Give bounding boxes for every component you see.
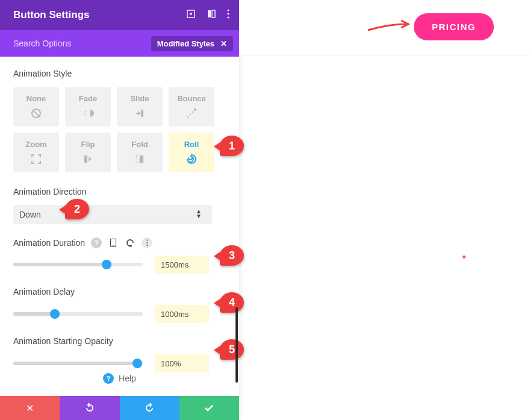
shadow-divider — [235, 307, 238, 383]
opacity-slider[interactable] — [13, 362, 143, 365]
reset-icon[interactable] — [125, 237, 136, 248]
style-bounce[interactable]: Bounce — [169, 87, 214, 127]
callout-2: 2 — [65, 199, 89, 219]
options-dots-icon[interactable] — [142, 237, 152, 248]
svg-point-22 — [146, 239, 148, 240]
svg-rect-2 — [208, 10, 211, 17]
delay-input[interactable] — [155, 305, 209, 323]
style-fold[interactable]: Fold — [117, 133, 163, 172]
phone-icon[interactable] — [108, 237, 119, 248]
animation-direction-select[interactable]: Down — [13, 205, 212, 224]
svg-rect-12 — [141, 110, 143, 117]
svg-point-10 — [84, 113, 85, 114]
delay-slider[interactable] — [13, 312, 143, 316]
layout-icon[interactable] — [207, 9, 216, 21]
callout-5: 5 — [220, 339, 244, 360]
help-link[interactable]: ? Help — [0, 373, 239, 384]
search-bar: Modified Styles ✕ — [0, 30, 239, 57]
ban-icon — [30, 107, 43, 120]
svg-point-14 — [190, 113, 191, 114]
animation-style-label: Animation Style — [13, 69, 226, 78]
svg-rect-17 — [84, 155, 87, 163]
menu-dots-icon[interactable] — [227, 9, 229, 21]
zoom-icon — [30, 152, 43, 166]
style-slide[interactable]: Slide — [117, 87, 163, 127]
svg-point-6 — [227, 16, 229, 18]
animation-style-grid: None Fade Slide Bounce Zoom Flip Fold Ro… — [13, 87, 226, 172]
slide-icon — [133, 107, 146, 120]
roll-icon — [185, 152, 198, 166]
dot-indicator — [463, 255, 466, 259]
panel-title: Button Settings — [13, 9, 90, 21]
help-label: Help — [119, 374, 136, 383]
svg-rect-18 — [140, 155, 143, 163]
svg-point-15 — [192, 111, 193, 112]
duration-input[interactable] — [155, 255, 209, 274]
fade-icon — [81, 107, 95, 120]
svg-rect-3 — [212, 10, 215, 17]
svg-point-16 — [194, 108, 196, 111]
callout-4: 4 — [220, 292, 244, 313]
svg-point-13 — [187, 116, 189, 117]
svg-point-11 — [85, 114, 86, 116]
animation-duration-label: Animation Duration — [13, 238, 85, 248]
animation-direction-label: Animation Direction — [13, 187, 226, 196]
panel-header: Button Settings — [0, 0, 239, 30]
animation-opacity-label: Animation Starting Opacity — [13, 336, 226, 346]
save-button[interactable] — [179, 396, 239, 420]
undo-button[interactable] — [60, 396, 119, 420]
search-input[interactable] — [13, 39, 122, 48]
callout-3: 3 — [220, 245, 244, 266]
cancel-button[interactable]: ✕ — [0, 396, 60, 420]
annotation-arrow-icon — [365, 18, 413, 36]
style-zoom[interactable]: Zoom — [13, 133, 59, 172]
svg-rect-19 — [136, 155, 140, 163]
expand-icon[interactable] — [186, 9, 196, 21]
bounce-icon — [185, 107, 198, 120]
svg-point-21 — [113, 245, 114, 246]
flip-icon — [81, 152, 95, 166]
help-icon[interactable]: ? — [91, 237, 102, 248]
style-roll[interactable]: Roll — [169, 133, 214, 172]
close-icon[interactable]: ✕ — [220, 39, 227, 48]
svg-point-5 — [227, 13, 229, 14]
animation-delay-label: Animation Delay — [13, 287, 226, 296]
panel-footer: ✕ — [0, 396, 239, 420]
settings-panel: Button Settings Modified Styles ✕ Animat… — [0, 0, 239, 420]
svg-point-1 — [190, 13, 192, 15]
help-icon: ? — [103, 373, 114, 384]
pricing-button[interactable]: PRICING — [414, 13, 494, 40]
svg-line-8 — [33, 110, 39, 116]
duration-slider[interactable] — [13, 263, 143, 266]
svg-point-4 — [227, 9, 229, 11]
redo-button[interactable] — [120, 396, 179, 420]
svg-point-23 — [146, 242, 148, 243]
opacity-input[interactable] — [155, 354, 209, 372]
filter-tag-label: Modified Styles — [157, 39, 214, 48]
style-none[interactable]: None — [13, 87, 59, 127]
callout-1: 1 — [220, 136, 244, 156]
style-flip[interactable]: Flip — [65, 133, 111, 172]
svg-point-9 — [85, 111, 86, 112]
fold-icon — [133, 152, 146, 166]
filter-tag[interactable]: Modified Styles ✕ — [151, 36, 233, 51]
style-fade[interactable]: Fade — [65, 87, 111, 127]
svg-point-24 — [146, 245, 148, 246]
